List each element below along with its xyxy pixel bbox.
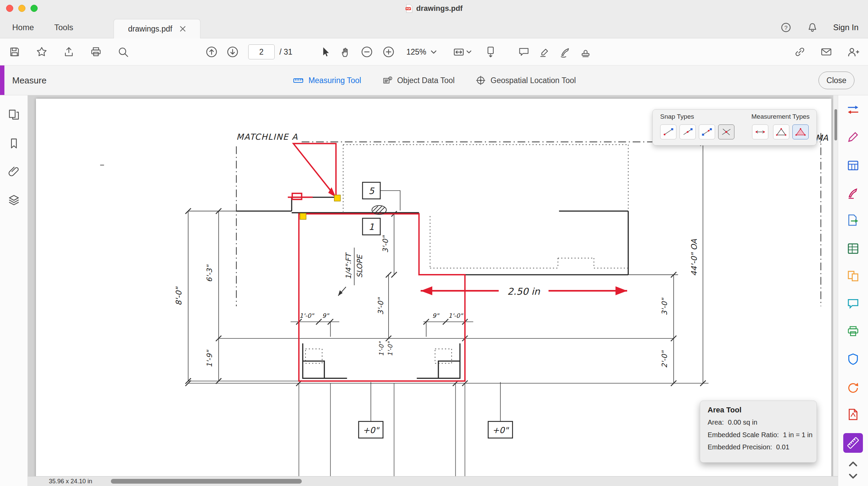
hand-tool-icon[interactable] — [340, 46, 352, 58]
page-thumbnails-icon — [8, 109, 20, 121]
share-people-icon[interactable] — [847, 46, 859, 58]
zoom-level-select[interactable]: 125% — [406, 47, 436, 57]
distance-tool-button[interactable] — [752, 124, 768, 139]
protect-button[interactable] — [845, 351, 861, 367]
measurement-types-label: Measurement Types — [751, 113, 810, 120]
object-data-tool-button[interactable]: Object Data Tool — [381, 75, 455, 85]
perimeter-tool-button[interactable] — [773, 124, 789, 139]
bookmarks-button[interactable] — [6, 135, 22, 152]
snap-midpoints-button[interactable] — [679, 124, 696, 139]
svg-text:1'-0": 1'-0" — [448, 312, 463, 319]
pdf-standards-icon — [847, 408, 860, 421]
link-icon[interactable] — [794, 46, 806, 58]
area-label: Area: — [708, 419, 724, 426]
measure-annotation[interactable] — [288, 143, 627, 381]
svg-text:1'-9": 1'-9" — [205, 350, 214, 367]
measuring-tool-label: Measuring Tool — [309, 76, 361, 85]
svg-text:9": 9" — [432, 312, 439, 319]
stamp-icon[interactable] — [580, 46, 591, 58]
area-tool-button[interactable] — [792, 124, 809, 139]
tab-tools[interactable]: Tools — [54, 17, 73, 38]
fill-sign-button[interactable] — [845, 185, 861, 201]
sign-in-button[interactable]: Sign In — [833, 23, 859, 32]
search-icon[interactable] — [117, 46, 129, 58]
snap-endpoints-button[interactable] — [660, 124, 676, 139]
help-icon[interactable]: ? — [780, 22, 792, 33]
window-title-group: drawings.pdf — [406, 0, 463, 17]
svg-text:8'-0": 8'-0" — [174, 286, 183, 306]
elevation-box-left: +0" — [359, 422, 383, 438]
previous-page-icon[interactable] — [205, 46, 218, 58]
page-number-input[interactable]: 2 — [248, 44, 275, 59]
rail-scroll-down-button[interactable] — [845, 471, 861, 481]
scale-ratio-value: 1 in = 1 in — [783, 431, 812, 439]
next-page-icon[interactable] — [226, 46, 239, 58]
svg-text:+0": +0" — [363, 425, 380, 435]
tab-home[interactable]: Home — [12, 17, 34, 38]
vertical-scrollbar[interactable] — [833, 95, 838, 476]
comment-tool-icon — [847, 297, 860, 310]
snap-paths-button[interactable] — [699, 124, 715, 139]
measure-toolbar: Measure Measuring Tool Object Data Tool … — [0, 65, 868, 95]
tab-close-button[interactable] — [180, 26, 186, 32]
measure-close-button[interactable]: Close — [818, 72, 854, 89]
print-icon[interactable] — [90, 46, 102, 58]
close-window-button[interactable] — [6, 5, 13, 12]
measure-rail-button[interactable] — [843, 433, 863, 453]
toolbar-right-group — [794, 38, 859, 65]
snap-types-panel: Snap Types Measurement Types — [652, 109, 817, 145]
print-production-button[interactable] — [845, 324, 861, 339]
compress-button[interactable] — [845, 380, 861, 396]
geospatial-tool-button[interactable]: Geospatial Location Tool — [475, 75, 576, 85]
hatch-symbol — [372, 206, 386, 214]
selection-zoom-icon[interactable] — [453, 46, 471, 58]
dotted-outline — [305, 144, 628, 363]
measuring-tool-button[interactable]: Measuring Tool — [292, 75, 361, 85]
export-doc-button[interactable] — [845, 212, 861, 228]
svg-text:3'-0": 3'-0" — [376, 297, 385, 315]
zoom-out-icon[interactable] — [361, 46, 373, 58]
area-tool-panel: Area Tool Area: 0.00 sq in Embedded Scal… — [700, 401, 817, 463]
select-tool-icon[interactable] — [319, 46, 331, 58]
page-scrolling-icon[interactable] — [485, 46, 496, 58]
page-thumbnails-button[interactable] — [6, 106, 22, 123]
titlebar: drawings.pdf — [0, 0, 868, 17]
edit-pdf-button[interactable] — [845, 129, 861, 145]
attachments-button[interactable] — [6, 162, 22, 179]
snap-markers — [300, 195, 340, 219]
svg-text:1/4":FT: 1/4":FT — [344, 252, 353, 279]
star-icon[interactable] — [36, 46, 47, 58]
toolbar-center-group: 2 / 31 125% — [205, 38, 591, 65]
create-pdf-button[interactable] — [845, 158, 861, 173]
comment-tool-button[interactable] — [845, 296, 861, 312]
save-icon[interactable] — [9, 46, 20, 58]
document-tab[interactable]: drawings.pdf — [114, 19, 200, 38]
snap-types-label: Snap Types — [660, 113, 694, 120]
svg-text:6'-3": 6'-3" — [205, 264, 214, 282]
notifications-bell-icon[interactable] — [807, 22, 818, 33]
email-icon[interactable] — [821, 46, 832, 58]
precision-row: Embedded Precision: 0.01 — [708, 443, 789, 451]
organize-pages-button[interactable] — [845, 268, 861, 284]
layers-button[interactable] — [6, 192, 22, 208]
horizontal-scrollbar-thumb[interactable] — [111, 479, 302, 484]
minimize-window-button[interactable] — [18, 5, 25, 12]
export-convert-button[interactable] — [845, 102, 861, 117]
snap-intersections-button[interactable] — [718, 124, 734, 139]
sign-icon[interactable] — [559, 46, 571, 58]
svg-text:1: 1 — [369, 222, 374, 232]
tabbar-right-group: ? Sign In — [780, 17, 859, 38]
zoom-window-button[interactable] — [31, 5, 38, 12]
pdf-standards-button[interactable] — [845, 407, 861, 422]
keynote-box-5: 5 — [362, 182, 380, 199]
precision-label: Embedded Precision: — [708, 443, 772, 451]
object-data-tool-label: Object Data Tool — [397, 76, 455, 85]
highlight-icon[interactable] — [539, 46, 551, 58]
comment-icon[interactable] — [518, 46, 530, 58]
spreadsheet-button[interactable] — [845, 241, 861, 256]
svg-text:?: ? — [785, 25, 788, 31]
rail-scroll-up-button[interactable] — [845, 459, 861, 469]
zoom-in-icon[interactable] — [382, 46, 395, 58]
share-upload-icon[interactable] — [63, 46, 75, 58]
vertical-scrollbar-thumb[interactable] — [834, 109, 837, 140]
